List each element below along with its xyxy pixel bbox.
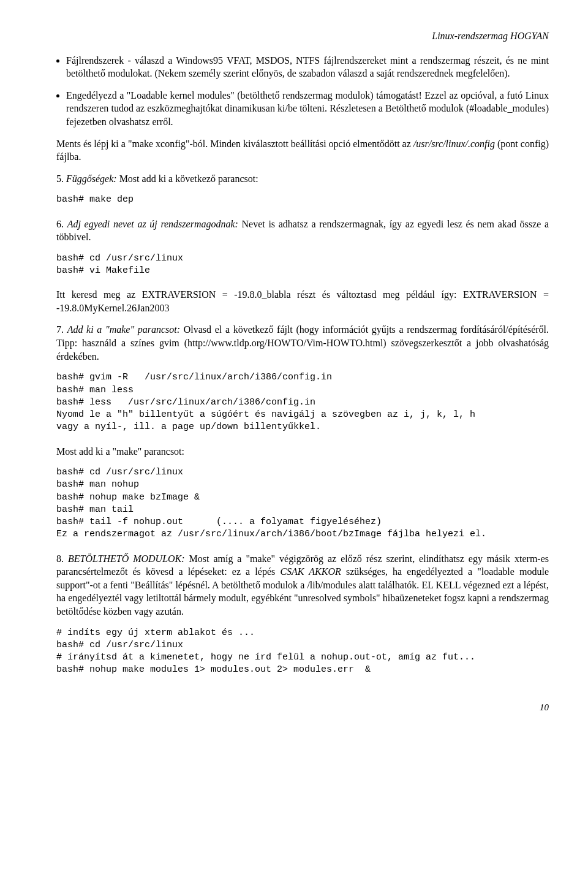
step-title: Függőségek: <box>66 173 117 184</box>
step-6: 6. Adj egyedi nevet az új rendszermagodn… <box>56 218 549 244</box>
bullet-list: Fájlrendszerek - válaszd a Windows95 VFA… <box>44 54 549 129</box>
page-header: Linux-rendszermag HOGYAN <box>44 29 549 43</box>
code-block-8: # indíts egy új xterm ablakot és ... bas… <box>56 627 549 677</box>
text: Ments és lépj ki a "make xconfig"-ból. M… <box>56 139 413 149</box>
list-item: Fájlrendszerek - válaszd a Windows95 VFA… <box>66 54 549 80</box>
step-title: Add ki a "make" parancsot: <box>67 324 180 335</box>
page-number: 10 <box>44 701 549 713</box>
code-block-7a: bash# gvim -R /usr/src/linux/arch/i386/c… <box>56 371 549 433</box>
step-number: 5. <box>56 173 66 184</box>
step-title: Adj egyedi nevet az új rendszermagodnak: <box>67 219 238 229</box>
step-number: 8. <box>56 553 68 564</box>
paragraph-extraversion: Itt keresd meg az EXTRAVERSION = -19.8.0… <box>56 288 549 314</box>
step-title: BETÖLTHETŐ MODULOK: <box>68 553 185 564</box>
paragraph-ments: Ments és lépj ki a "make xconfig"-ból. M… <box>56 137 549 164</box>
step-number: 7. <box>56 324 67 335</box>
code-block-5: bash# make dep <box>56 194 549 206</box>
path-text: /usr/src/linux/.config <box>413 139 495 149</box>
paragraph-most: Most add ki a "make" parancsot: <box>56 445 549 458</box>
step-5: 5. Függőségek: Most add ki a következő p… <box>56 172 549 186</box>
step-7: 7. Add ki a "make" parancsot: Olvasd el … <box>56 323 549 363</box>
emphasis: CSAK AKKOR <box>280 566 341 577</box>
step-number: 6. <box>56 219 67 229</box>
code-block-6: bash# cd /usr/src/linux bash# vi Makefil… <box>56 253 549 278</box>
step-text: Most add ki a következő parancsot: <box>117 173 258 184</box>
list-item: Engedélyezd a "Loadable kernel modules" … <box>66 89 549 129</box>
step-8: 8. BETÖLTHETŐ MODULOK: Most amíg a "make… <box>56 552 549 618</box>
code-block-7b: bash# cd /usr/src/linux bash# man nohup … <box>56 466 549 541</box>
